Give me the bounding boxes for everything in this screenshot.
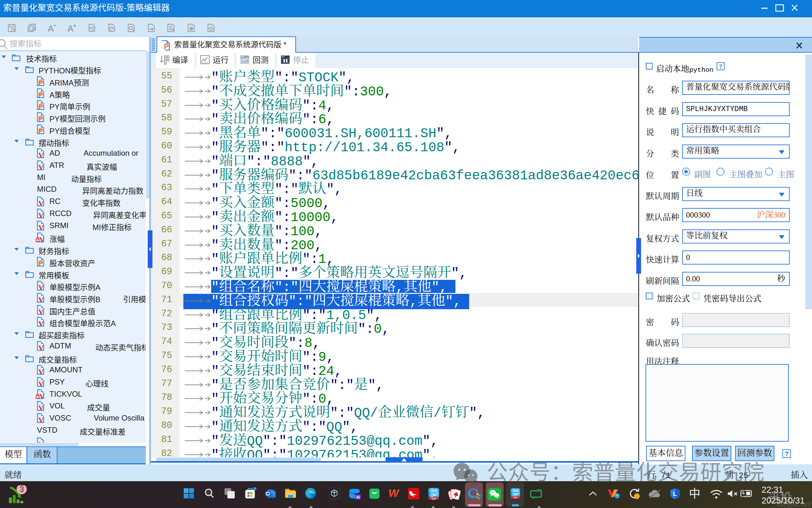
svg-text:V: V: [38, 211, 44, 219]
svg-text:V: V: [38, 416, 44, 423]
svg-text:A: A: [48, 24, 54, 33]
svg-text:P: P: [38, 115, 43, 123]
svg-text:P: P: [38, 127, 43, 135]
svg-text:VIP: VIP: [513, 496, 517, 499]
svg-text:P: P: [38, 79, 43, 86]
svg-text:QMT: QMT: [512, 492, 520, 496]
svg-text:QMT: QMT: [430, 493, 439, 497]
svg-text:V: V: [38, 223, 44, 231]
svg-text:V: V: [38, 151, 44, 159]
svg-text:国金: 国金: [431, 488, 438, 493]
svg-text:V: V: [38, 295, 44, 303]
svg-text:A: A: [67, 24, 74, 33]
svg-text:V: V: [39, 392, 45, 399]
svg-text:P: P: [38, 103, 43, 111]
svg-text:V: V: [38, 368, 44, 375]
svg-text:AI: AI: [356, 495, 360, 499]
svg-text:V: V: [38, 344, 44, 351]
svg-text:V: V: [38, 440, 44, 443]
svg-text:W: W: [389, 488, 400, 499]
svg-text:L: L: [673, 490, 677, 497]
svg-text:V: V: [39, 236, 45, 243]
svg-text:V: V: [38, 404, 44, 411]
svg-text:V: V: [38, 199, 44, 207]
svg-text:V: V: [38, 380, 44, 387]
svg-text:P: P: [164, 42, 169, 51]
svg-text:3: 3: [19, 485, 24, 494]
svg-text:VIP: VIP: [432, 497, 436, 500]
svg-text:V: V: [38, 163, 44, 171]
svg-text:V: V: [38, 283, 44, 291]
svg-text:P: P: [38, 91, 43, 98]
svg-text:P: P: [38, 259, 43, 267]
svg-text:V: V: [38, 320, 44, 327]
svg-text:V: V: [38, 308, 44, 315]
svg-text:中: 中: [689, 488, 701, 500]
